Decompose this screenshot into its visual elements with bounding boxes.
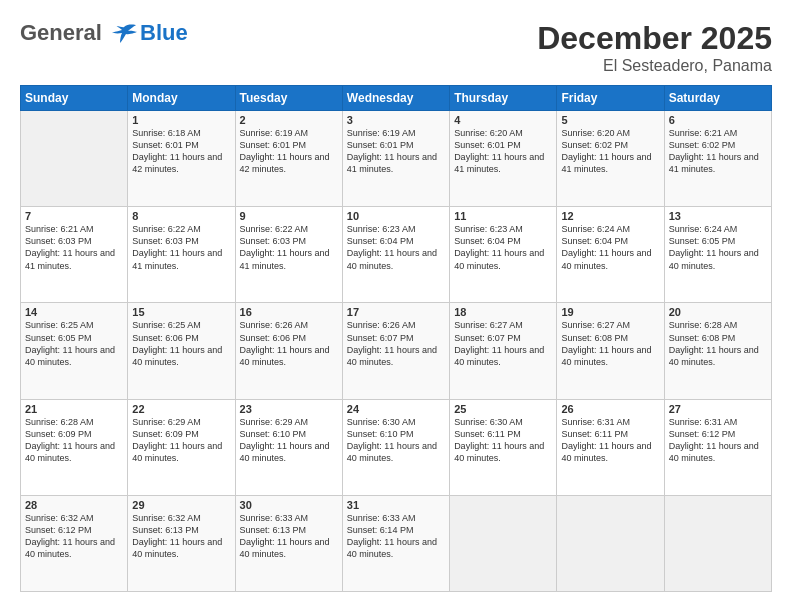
day-info: Sunrise: 6:29 AMSunset: 6:09 PMDaylight:… bbox=[132, 416, 230, 465]
calendar-day-header: Thursday bbox=[450, 86, 557, 111]
day-number: 9 bbox=[240, 210, 338, 222]
calendar-cell: 6 Sunrise: 6:21 AMSunset: 6:02 PMDayligh… bbox=[664, 111, 771, 207]
calendar-cell: 20 Sunrise: 6:28 AMSunset: 6:08 PMDaylig… bbox=[664, 303, 771, 399]
calendar-cell: 13 Sunrise: 6:24 AMSunset: 6:05 PMDaylig… bbox=[664, 207, 771, 303]
calendar-cell: 2 Sunrise: 6:19 AMSunset: 6:01 PMDayligh… bbox=[235, 111, 342, 207]
day-info: Sunrise: 6:26 AMSunset: 6:06 PMDaylight:… bbox=[240, 319, 338, 368]
day-number: 5 bbox=[561, 114, 659, 126]
day-number: 2 bbox=[240, 114, 338, 126]
calendar-cell: 15 Sunrise: 6:25 AMSunset: 6:06 PMDaylig… bbox=[128, 303, 235, 399]
day-info: Sunrise: 6:19 AMSunset: 6:01 PMDaylight:… bbox=[347, 127, 445, 176]
day-number: 16 bbox=[240, 306, 338, 318]
day-number: 14 bbox=[25, 306, 123, 318]
main-title: December 2025 bbox=[537, 20, 772, 57]
day-number: 4 bbox=[454, 114, 552, 126]
calendar-cell: 14 Sunrise: 6:25 AMSunset: 6:05 PMDaylig… bbox=[21, 303, 128, 399]
calendar-cell: 18 Sunrise: 6:27 AMSunset: 6:07 PMDaylig… bbox=[450, 303, 557, 399]
day-number: 6 bbox=[669, 114, 767, 126]
day-number: 19 bbox=[561, 306, 659, 318]
calendar-cell: 10 Sunrise: 6:23 AMSunset: 6:04 PMDaylig… bbox=[342, 207, 449, 303]
day-number: 13 bbox=[669, 210, 767, 222]
day-info: Sunrise: 6:19 AMSunset: 6:01 PMDaylight:… bbox=[240, 127, 338, 176]
day-info: Sunrise: 6:32 AMSunset: 6:12 PMDaylight:… bbox=[25, 512, 123, 561]
day-info: Sunrise: 6:27 AMSunset: 6:07 PMDaylight:… bbox=[454, 319, 552, 368]
header: General Blue December 2025 El Sesteadero… bbox=[20, 20, 772, 75]
day-number: 18 bbox=[454, 306, 552, 318]
calendar-week-row: 21 Sunrise: 6:28 AMSunset: 6:09 PMDaylig… bbox=[21, 399, 772, 495]
day-info: Sunrise: 6:22 AMSunset: 6:03 PMDaylight:… bbox=[132, 223, 230, 272]
calendar-cell: 27 Sunrise: 6:31 AMSunset: 6:12 PMDaylig… bbox=[664, 399, 771, 495]
calendar-cell: 4 Sunrise: 6:20 AMSunset: 6:01 PMDayligh… bbox=[450, 111, 557, 207]
logo-general: General bbox=[20, 20, 102, 45]
day-info: Sunrise: 6:26 AMSunset: 6:07 PMDaylight:… bbox=[347, 319, 445, 368]
day-number: 24 bbox=[347, 403, 445, 415]
calendar-day-header: Saturday bbox=[664, 86, 771, 111]
day-info: Sunrise: 6:21 AMSunset: 6:03 PMDaylight:… bbox=[25, 223, 123, 272]
calendar-cell: 21 Sunrise: 6:28 AMSunset: 6:09 PMDaylig… bbox=[21, 399, 128, 495]
calendar-day-header: Monday bbox=[128, 86, 235, 111]
calendar-cell: 22 Sunrise: 6:29 AMSunset: 6:09 PMDaylig… bbox=[128, 399, 235, 495]
day-info: Sunrise: 6:23 AMSunset: 6:04 PMDaylight:… bbox=[347, 223, 445, 272]
calendar-week-row: 1 Sunrise: 6:18 AMSunset: 6:01 PMDayligh… bbox=[21, 111, 772, 207]
calendar-table: SundayMondayTuesdayWednesdayThursdayFrid… bbox=[20, 85, 772, 592]
calendar-cell: 17 Sunrise: 6:26 AMSunset: 6:07 PMDaylig… bbox=[342, 303, 449, 399]
day-info: Sunrise: 6:20 AMSunset: 6:02 PMDaylight:… bbox=[561, 127, 659, 176]
day-info: Sunrise: 6:29 AMSunset: 6:10 PMDaylight:… bbox=[240, 416, 338, 465]
calendar-cell: 23 Sunrise: 6:29 AMSunset: 6:10 PMDaylig… bbox=[235, 399, 342, 495]
calendar-header-row: SundayMondayTuesdayWednesdayThursdayFrid… bbox=[21, 86, 772, 111]
calendar-cell: 26 Sunrise: 6:31 AMSunset: 6:11 PMDaylig… bbox=[557, 399, 664, 495]
day-number: 3 bbox=[347, 114, 445, 126]
calendar-cell: 1 Sunrise: 6:18 AMSunset: 6:01 PMDayligh… bbox=[128, 111, 235, 207]
title-block: December 2025 El Sesteadero, Panama bbox=[537, 20, 772, 75]
day-info: Sunrise: 6:30 AMSunset: 6:11 PMDaylight:… bbox=[454, 416, 552, 465]
day-info: Sunrise: 6:23 AMSunset: 6:04 PMDaylight:… bbox=[454, 223, 552, 272]
calendar-cell: 31 Sunrise: 6:33 AMSunset: 6:14 PMDaylig… bbox=[342, 495, 449, 591]
calendar-cell: 9 Sunrise: 6:22 AMSunset: 6:03 PMDayligh… bbox=[235, 207, 342, 303]
day-info: Sunrise: 6:24 AMSunset: 6:05 PMDaylight:… bbox=[669, 223, 767, 272]
calendar-day-header: Tuesday bbox=[235, 86, 342, 111]
day-number: 11 bbox=[454, 210, 552, 222]
day-info: Sunrise: 6:18 AMSunset: 6:01 PMDaylight:… bbox=[132, 127, 230, 176]
calendar-cell: 5 Sunrise: 6:20 AMSunset: 6:02 PMDayligh… bbox=[557, 111, 664, 207]
calendar-cell: 3 Sunrise: 6:19 AMSunset: 6:01 PMDayligh… bbox=[342, 111, 449, 207]
day-info: Sunrise: 6:24 AMSunset: 6:04 PMDaylight:… bbox=[561, 223, 659, 272]
day-info: Sunrise: 6:20 AMSunset: 6:01 PMDaylight:… bbox=[454, 127, 552, 176]
day-info: Sunrise: 6:33 AMSunset: 6:14 PMDaylight:… bbox=[347, 512, 445, 561]
calendar-cell: 16 Sunrise: 6:26 AMSunset: 6:06 PMDaylig… bbox=[235, 303, 342, 399]
day-info: Sunrise: 6:25 AMSunset: 6:06 PMDaylight:… bbox=[132, 319, 230, 368]
day-info: Sunrise: 6:32 AMSunset: 6:13 PMDaylight:… bbox=[132, 512, 230, 561]
calendar-day-header: Wednesday bbox=[342, 86, 449, 111]
calendar-week-row: 28 Sunrise: 6:32 AMSunset: 6:12 PMDaylig… bbox=[21, 495, 772, 591]
day-number: 31 bbox=[347, 499, 445, 511]
calendar-day-header: Sunday bbox=[21, 86, 128, 111]
day-number: 23 bbox=[240, 403, 338, 415]
day-info: Sunrise: 6:25 AMSunset: 6:05 PMDaylight:… bbox=[25, 319, 123, 368]
calendar-cell: 25 Sunrise: 6:30 AMSunset: 6:11 PMDaylig… bbox=[450, 399, 557, 495]
day-info: Sunrise: 6:31 AMSunset: 6:12 PMDaylight:… bbox=[669, 416, 767, 465]
calendar-cell bbox=[21, 111, 128, 207]
calendar-cell: 7 Sunrise: 6:21 AMSunset: 6:03 PMDayligh… bbox=[21, 207, 128, 303]
day-number: 15 bbox=[132, 306, 230, 318]
day-number: 7 bbox=[25, 210, 123, 222]
calendar-cell: 24 Sunrise: 6:30 AMSunset: 6:10 PMDaylig… bbox=[342, 399, 449, 495]
logo-bird-icon bbox=[110, 23, 138, 45]
calendar-cell bbox=[450, 495, 557, 591]
day-number: 21 bbox=[25, 403, 123, 415]
day-number: 1 bbox=[132, 114, 230, 126]
day-number: 26 bbox=[561, 403, 659, 415]
day-number: 12 bbox=[561, 210, 659, 222]
day-number: 30 bbox=[240, 499, 338, 511]
day-info: Sunrise: 6:28 AMSunset: 6:09 PMDaylight:… bbox=[25, 416, 123, 465]
day-number: 28 bbox=[25, 499, 123, 511]
day-number: 29 bbox=[132, 499, 230, 511]
day-number: 17 bbox=[347, 306, 445, 318]
day-info: Sunrise: 6:22 AMSunset: 6:03 PMDaylight:… bbox=[240, 223, 338, 272]
logo-blue: Blue bbox=[140, 20, 188, 46]
day-info: Sunrise: 6:21 AMSunset: 6:02 PMDaylight:… bbox=[669, 127, 767, 176]
calendar-week-row: 7 Sunrise: 6:21 AMSunset: 6:03 PMDayligh… bbox=[21, 207, 772, 303]
day-info: Sunrise: 6:30 AMSunset: 6:10 PMDaylight:… bbox=[347, 416, 445, 465]
calendar-week-row: 14 Sunrise: 6:25 AMSunset: 6:05 PMDaylig… bbox=[21, 303, 772, 399]
calendar-cell bbox=[557, 495, 664, 591]
day-number: 27 bbox=[669, 403, 767, 415]
day-info: Sunrise: 6:28 AMSunset: 6:08 PMDaylight:… bbox=[669, 319, 767, 368]
